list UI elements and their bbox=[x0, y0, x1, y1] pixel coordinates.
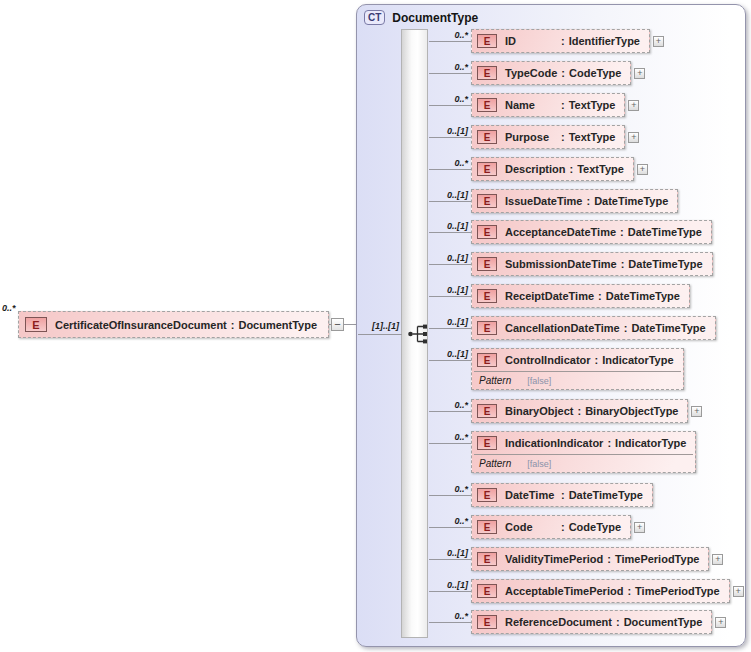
element-box[interactable]: EDescription:TextType bbox=[471, 157, 634, 181]
element-badge-icon: E bbox=[477, 520, 497, 534]
element-name: DateTime bbox=[505, 489, 557, 501]
element-badge-icon: E bbox=[477, 98, 497, 112]
element-main: EPurpose:TextType bbox=[472, 126, 624, 148]
element-badge-icon: E bbox=[477, 584, 497, 598]
connector-line bbox=[429, 443, 471, 444]
cardinality-label: 0..[1] bbox=[429, 253, 468, 263]
cardinality-label: 0..* bbox=[429, 30, 468, 40]
element-badge-icon: E bbox=[477, 321, 497, 335]
element-box[interactable]: ECode:CodeType bbox=[471, 515, 631, 539]
element-badge-icon: E bbox=[477, 34, 497, 48]
cardinality-label: 0..* bbox=[429, 432, 468, 442]
element-badge-icon: E bbox=[477, 436, 497, 450]
element-main: ECancellationDateTime:DateTimeType bbox=[472, 317, 715, 339]
element-box[interactable]: EValidityTimePeriod:TimePeriodType bbox=[471, 547, 709, 571]
element-box[interactable]: EReceiptDateTime:DateTimeType bbox=[471, 284, 690, 308]
element-box[interactable]: EPurpose:TextType bbox=[471, 125, 625, 149]
element-box[interactable]: EAcceptableTimePeriod:TimePeriodType bbox=[471, 579, 730, 603]
type-separator: : bbox=[595, 354, 599, 366]
expand-toggle[interactable]: + bbox=[712, 554, 723, 565]
facet-label: Pattern bbox=[479, 375, 511, 386]
facet-value: [false] bbox=[527, 376, 551, 386]
element-row: 0..*EIndicationIndicator:IndicatorTypePa… bbox=[429, 431, 696, 473]
element-box[interactable]: EID:IdentifierType bbox=[471, 29, 650, 53]
element-type: IdentifierType bbox=[569, 35, 640, 47]
element-name: IndicationIndicator bbox=[505, 437, 603, 449]
element-box[interactable]: EReferenceDocument:DocumentType bbox=[471, 610, 712, 634]
root-element-box[interactable]: E CertificateOfInsuranceDocument : Docum… bbox=[18, 311, 329, 338]
element-badge-icon: E bbox=[477, 66, 497, 80]
connector-line bbox=[429, 73, 471, 74]
element-badge-icon: E bbox=[477, 130, 497, 144]
element-box[interactable]: EControlIndicator:IndicatorTypePattern[f… bbox=[471, 348, 684, 390]
element-badge-icon: E bbox=[477, 225, 497, 239]
connector-line bbox=[429, 559, 471, 560]
expand-toggle[interactable]: + bbox=[628, 100, 639, 111]
expand-toggle[interactable]: + bbox=[637, 164, 648, 175]
element-type: DateTimeType bbox=[569, 489, 643, 501]
type-separator: : bbox=[616, 616, 620, 628]
element-name: AcceptableTimePeriod bbox=[505, 585, 623, 597]
element-row: 0..*EReferenceDocument:DocumentType+ bbox=[429, 610, 726, 634]
element-row: 0..*ECode:CodeType+ bbox=[429, 515, 645, 539]
type-separator: : bbox=[231, 319, 235, 331]
cardinality-label: 0..* bbox=[429, 400, 468, 410]
element-box[interactable]: ECancellationDateTime:DateTimeType bbox=[471, 316, 716, 340]
element-badge-icon: E bbox=[477, 162, 497, 176]
connector-line bbox=[429, 591, 471, 592]
element-type: DateTimeType bbox=[631, 322, 705, 334]
type-separator: : bbox=[607, 437, 611, 449]
expand-toggle[interactable]: + bbox=[733, 586, 744, 597]
expand-toggle[interactable]: + bbox=[628, 132, 639, 143]
expand-toggle[interactable]: + bbox=[691, 406, 702, 417]
expand-toggle[interactable]: + bbox=[653, 36, 664, 47]
type-separator: : bbox=[561, 67, 565, 79]
element-name: AcceptanceDateTime bbox=[505, 226, 616, 238]
element-box[interactable]: EIssueDateTime:DateTimeType bbox=[471, 189, 678, 213]
cardinality-label: 0..* bbox=[429, 484, 468, 494]
type-separator: : bbox=[577, 405, 581, 417]
type-separator: : bbox=[570, 163, 574, 175]
expand-toggle[interactable]: + bbox=[634, 522, 645, 533]
cardinality-label: 0..[1] bbox=[429, 349, 468, 359]
element-type: DateTimeType bbox=[628, 258, 702, 270]
cardinality-label: 0..* bbox=[429, 611, 468, 621]
xsd-diagram-canvas: 0..* E CertificateOfInsuranceDocument : … bbox=[0, 0, 751, 652]
element-box[interactable]: ETypeCode:CodeType bbox=[471, 61, 631, 85]
element-main: EIssueDateTime:DateTimeType bbox=[472, 190, 677, 212]
element-box[interactable]: EBinaryObject:BinaryObjectType bbox=[471, 399, 688, 423]
element-type: BinaryObjectType bbox=[585, 405, 678, 417]
root-element-type: DocumentType bbox=[238, 319, 317, 331]
type-separator: : bbox=[561, 131, 565, 143]
type-separator: : bbox=[627, 585, 631, 597]
element-main: EReferenceDocument:DocumentType bbox=[472, 611, 711, 633]
element-name: SubmissionDateTime bbox=[505, 258, 617, 270]
type-separator: : bbox=[561, 489, 565, 501]
element-box[interactable]: ESubmissionDateTime:DateTimeType bbox=[471, 252, 713, 276]
cardinality-label: 0..* bbox=[429, 516, 468, 526]
element-type: TextType bbox=[577, 163, 624, 175]
expand-toggle[interactable]: + bbox=[715, 617, 726, 628]
type-separator: : bbox=[607, 553, 611, 565]
element-rows: 0..*EID:IdentifierType+0..*ETypeCode:Cod… bbox=[357, 5, 745, 646]
connector-line bbox=[429, 105, 471, 106]
element-main: EAcceptableTimePeriod:TimePeriodType bbox=[472, 580, 729, 602]
element-badge-icon: E bbox=[477, 194, 497, 208]
element-row: 0..[1]ECancellationDateTime:DateTimeType bbox=[429, 316, 716, 340]
element-box[interactable]: EDateTime:DateTimeType bbox=[471, 483, 653, 507]
expand-toggle[interactable]: + bbox=[634, 68, 645, 79]
element-row: 0..*EBinaryObject:BinaryObjectType+ bbox=[429, 399, 702, 423]
facet-value: [false] bbox=[527, 459, 551, 469]
element-type: TextType bbox=[569, 131, 616, 143]
element-type: TimePeriodType bbox=[635, 585, 720, 597]
connector-line bbox=[429, 169, 471, 170]
element-box[interactable]: EName:TextType bbox=[471, 93, 625, 117]
collapse-toggle[interactable]: − bbox=[331, 318, 344, 331]
element-box[interactable]: EAcceptanceDateTime:DateTimeType bbox=[471, 220, 712, 244]
element-box[interactable]: EIndicationIndicator:IndicatorTypePatter… bbox=[471, 431, 696, 473]
element-badge-icon: E bbox=[477, 289, 497, 303]
element-name: ID bbox=[505, 35, 557, 47]
type-separator: : bbox=[620, 226, 624, 238]
type-separator: : bbox=[621, 258, 625, 270]
element-row: 0..[1]EAcceptanceDateTime:DateTimeType bbox=[429, 220, 712, 244]
